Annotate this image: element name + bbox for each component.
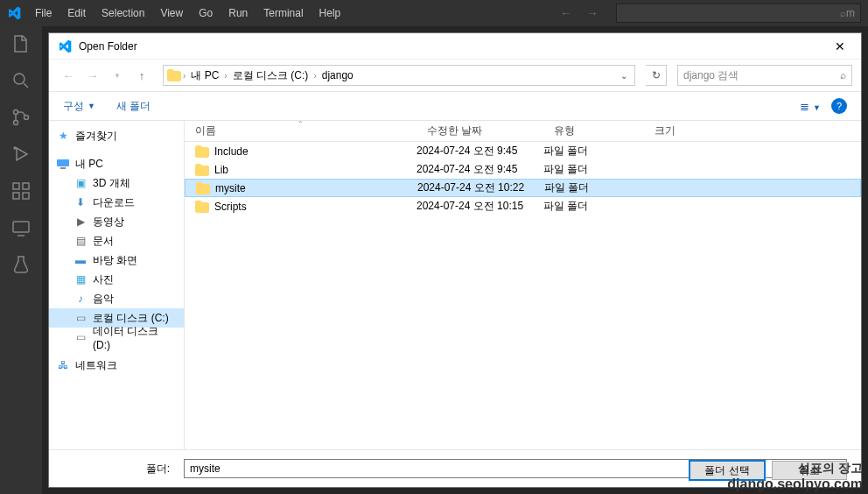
sort-indicator-icon: ⌃: [185, 121, 416, 128]
extensions-icon[interactable]: [10, 180, 32, 201]
menu-view[interactable]: View: [153, 4, 190, 23]
tree-item[interactable]: ▤문서: [49, 231, 184, 251]
dialog-title: Open Folder: [79, 40, 137, 53]
nav-forward-icon[interactable]: →: [583, 3, 602, 24]
col-header-size[interactable]: 크기: [644, 124, 714, 138]
tree-label: 3D 개체: [93, 176, 130, 191]
drive-icon: ▭: [74, 330, 88, 344]
file-date: 2024-07-24 오전 9:45: [416, 144, 543, 159]
tree-item[interactable]: ▭데이터 디스크 (D:): [49, 328, 184, 347]
close-icon[interactable]: ✕: [828, 36, 852, 57]
chevron-right-icon: ›: [183, 71, 186, 81]
refresh-button[interactable]: ↻: [646, 65, 667, 86]
menu-terminal[interactable]: Terminal: [256, 4, 310, 23]
col-header-type[interactable]: 유형: [543, 124, 644, 138]
debug-icon[interactable]: [10, 144, 32, 165]
pc-icon: [56, 157, 70, 171]
remote-icon[interactable]: [10, 217, 32, 238]
svg-point-4: [24, 116, 29, 120]
file-date: 2024-07-24 오전 10:15: [416, 199, 543, 214]
column-headers: ⌃ 이름 수정한 날짜 유형 크기: [185, 121, 861, 142]
address-dropdown-icon[interactable]: ⌄: [617, 71, 631, 81]
nav-up-button[interactable]: ↑: [131, 65, 152, 86]
tree-label: 바탕 화면: [93, 253, 137, 268]
menu-edit[interactable]: Edit: [60, 4, 93, 23]
new-folder-button[interactable]: 새 폴더: [116, 99, 150, 114]
folder-tree: ★ 즐겨찾기 내 PC ▣3D 개체 ⬇다운로드 ▶동영상 ▤문서 ▬바탕 화면…: [49, 121, 185, 449]
folder-icon: [167, 69, 181, 81]
tree-label: 즐겨찾기: [75, 129, 117, 144]
tree-label: 내 PC: [75, 157, 103, 172]
nav-forward-button[interactable]: →: [82, 65, 103, 86]
testing-icon[interactable]: [10, 254, 32, 275]
menu-file[interactable]: File: [28, 4, 59, 23]
file-type: 파일 폴더: [544, 180, 645, 195]
col-header-date[interactable]: 수정한 날짜: [416, 124, 543, 138]
vscode-nav: ← → ⌕ m: [556, 3, 861, 24]
search-placeholder: django 검색: [683, 68, 738, 83]
tree-network[interactable]: 🖧 네트워크: [49, 356, 184, 375]
video-icon: ▶: [74, 215, 88, 229]
tree-item[interactable]: ▦사진: [49, 270, 184, 289]
svg-line-1: [24, 83, 28, 88]
svg-marker-5: [17, 148, 27, 160]
watermark: 설표의 장고 django.seolpyo.com: [727, 461, 863, 492]
file-row[interactable]: Lib 2024-07-24 오전 9:45 파일 폴더: [185, 160, 861, 179]
svg-rect-7: [13, 183, 19, 189]
menu-go[interactable]: Go: [192, 4, 220, 23]
svg-rect-13: [57, 159, 69, 166]
address-bar[interactable]: › 내 PC › 로컬 디스크 (C:) › django ⌄: [163, 65, 635, 86]
file-date: 2024-07-24 오전 10:22: [417, 180, 544, 195]
nav-back-icon[interactable]: ←: [556, 3, 576, 24]
vscode-menu: File Edit Selection View Go Run Terminal…: [28, 4, 347, 23]
file-type: 파일 폴더: [543, 162, 644, 177]
nav-back-button[interactable]: ←: [58, 65, 79, 86]
svg-rect-11: [13, 222, 29, 232]
drive-icon: ▭: [74, 311, 88, 325]
file-date: 2024-07-24 오전 9:45: [416, 162, 543, 177]
search-icon[interactable]: [10, 70, 32, 91]
folder-icon: [195, 201, 209, 213]
chevron-down-icon: ▼: [88, 102, 95, 110]
watermark-line1: 설표의 장고: [727, 461, 863, 476]
menu-help[interactable]: Help: [312, 4, 348, 23]
tree-quick-access[interactable]: ★ 즐겨찾기: [49, 126, 184, 145]
dialog-titlebar: Open Folder ✕: [49, 33, 861, 60]
desktop-icon: ▬: [74, 253, 88, 267]
search-icon: ⌕: [840, 8, 846, 18]
svg-rect-14: [60, 167, 66, 169]
vscode-search-input[interactable]: ⌕ m: [616, 4, 861, 23]
dialog-nav: ← → ▼ ↑ › 내 PC › 로컬 디스크 (C:) › django ⌄ …: [49, 60, 861, 91]
file-name: mysite: [215, 182, 246, 194]
help-icon[interactable]: ?: [831, 98, 847, 114]
tree-item[interactable]: ⬇다운로드: [49, 193, 184, 212]
folder-icon: [195, 145, 209, 158]
tree-item[interactable]: ▣3D 개체: [49, 173, 184, 193]
tree-item[interactable]: ♪음악: [49, 289, 184, 308]
file-name: Include: [214, 145, 248, 158]
file-row[interactable]: Scripts 2024-07-24 오전 10:15 파일 폴더: [185, 197, 861, 215]
music-icon: ♪: [74, 292, 88, 306]
search-input[interactable]: django 검색 ⌕: [677, 65, 852, 86]
svg-point-2: [14, 110, 18, 115]
svg-rect-10: [23, 183, 29, 189]
breadcrumb-item[interactable]: 내 PC: [187, 67, 222, 85]
file-rows: Include 2024-07-24 오전 9:45 파일 폴더 Lib 202…: [185, 142, 861, 449]
tree-this-pc[interactable]: 내 PC: [49, 154, 184, 173]
chevron-right-icon: ›: [313, 71, 316, 81]
menu-selection[interactable]: Selection: [94, 4, 151, 23]
explorer-icon[interactable]: [10, 33, 32, 54]
tree-item[interactable]: ▬바탕 화면: [49, 251, 184, 270]
view-options-icon[interactable]: ≣ ▼: [800, 100, 821, 113]
breadcrumb-item[interactable]: django: [318, 67, 357, 83]
tree-item[interactable]: ▶동영상: [49, 212, 184, 231]
organize-button[interactable]: 구성 ▼: [63, 99, 95, 114]
menu-run[interactable]: Run: [221, 4, 255, 23]
svg-point-0: [14, 74, 24, 84]
folder-icon: [196, 182, 210, 194]
source-control-icon[interactable]: [10, 107, 32, 128]
file-row[interactable]: mysite 2024-07-24 오전 10:22 파일 폴더: [185, 179, 861, 197]
chevron-down-icon[interactable]: ▼: [107, 65, 128, 86]
file-row[interactable]: Include 2024-07-24 오전 9:45 파일 폴더: [185, 142, 861, 160]
breadcrumb-item[interactable]: 로컬 디스크 (C:): [229, 67, 312, 85]
